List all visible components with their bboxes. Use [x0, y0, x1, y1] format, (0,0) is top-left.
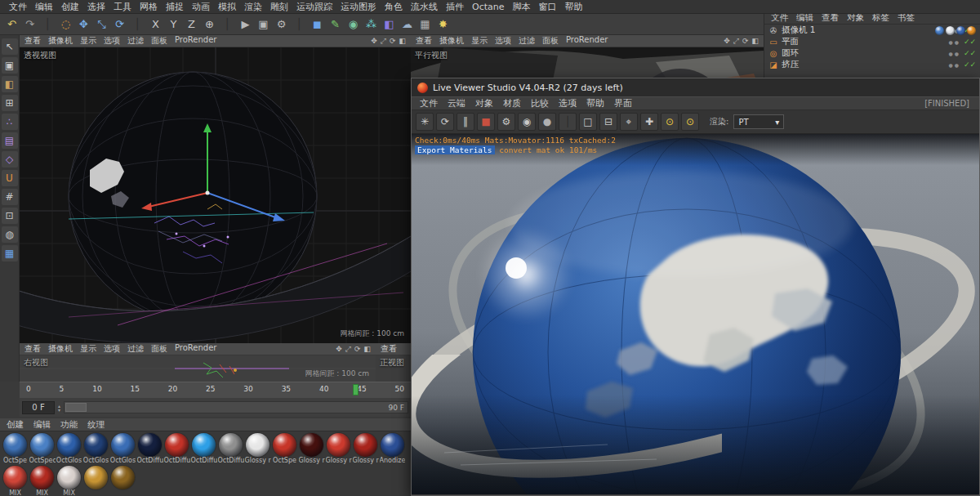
live-selection-icon[interactable]: ◌	[57, 16, 74, 33]
settings-gear-icon[interactable]: ⚙	[497, 113, 515, 131]
viewport-menu-item[interactable]: ProRender	[175, 35, 216, 47]
menu-item[interactable]: 雕刻	[266, 1, 292, 13]
menu-item[interactable]: 窗口	[535, 1, 561, 13]
visibility-dots-icon[interactable]: ●●	[948, 51, 960, 56]
material-menu-item[interactable]: 功能	[60, 419, 78, 431]
locked-workplane-icon[interactable]: ⊡	[2, 208, 18, 224]
workplane-mode-icon[interactable]: ⊞	[2, 95, 18, 111]
object-menu-item[interactable]: 编辑	[796, 12, 813, 24]
toggle-view-icon[interactable]: ◧	[399, 37, 406, 46]
layer-manager-icon[interactable]: ▦	[2, 245, 18, 261]
texture-tag-icon[interactable]	[956, 26, 965, 35]
object-menu-item[interactable]: 查看	[822, 12, 839, 24]
model-mode-icon[interactable]: ▣	[2, 57, 18, 74]
viewport-menu-item[interactable]: 面板	[151, 343, 167, 355]
material-thumbnail[interactable]	[109, 466, 136, 496]
viewport-menu-item[interactable]: 面板	[151, 35, 167, 47]
material-thumbnail[interactable]: OctDiffu	[136, 433, 163, 465]
menu-item[interactable]: 运动跟踪	[292, 1, 336, 13]
zoom-view-icon[interactable]: ⤢	[381, 37, 386, 46]
clear-region-icon[interactable]: ⊟	[599, 113, 617, 131]
live-viewer-menu-item[interactable]: 对象	[470, 97, 498, 109]
pause-render-icon[interactable]: ‖	[457, 113, 474, 131]
coordinate-system-icon[interactable]: ⊕	[201, 16, 218, 33]
rotate-view-icon[interactable]: ⟳	[742, 37, 749, 46]
menu-item[interactable]: 捕捉	[162, 1, 188, 13]
texture-tag-icon[interactable]	[946, 26, 955, 35]
material-thumbnail[interactable]: OctGlos	[109, 433, 136, 465]
material-thumbnail[interactable]: MIX	[2, 466, 29, 496]
viewport-menu-item[interactable]: 摄像机	[48, 35, 73, 47]
material-thumbnail[interactable]: OctSpe	[2, 433, 29, 465]
menu-item[interactable]: 工具	[109, 1, 136, 13]
redo-icon[interactable]: ↷	[21, 16, 38, 33]
texture-mode-icon[interactable]: ◧	[2, 76, 18, 92]
menu-item[interactable]: 创建	[57, 1, 83, 13]
viewport-menu-item[interactable]: 查看	[416, 35, 432, 47]
object-row[interactable]: ▭ 平面 ●● ✓✓	[764, 36, 980, 47]
menu-item[interactable]: 文件	[5, 1, 31, 13]
separator[interactable]: │	[559, 113, 577, 131]
timeline-slider[interactable]: 90 F	[64, 401, 408, 413]
live-viewer-menu-item[interactable]: 比较	[526, 97, 554, 109]
material-thumbnail[interactable]: OctGlos	[82, 433, 109, 465]
material-menu-item[interactable]: 纹理	[87, 419, 105, 431]
scale-tool-icon[interactable]: ⤡	[93, 16, 110, 33]
material-thumbnail[interactable]: Glossy r	[352, 433, 379, 465]
object-menu-item[interactable]: 书签	[898, 12, 915, 24]
enabled-check-icon[interactable]: ✓✓	[964, 60, 976, 69]
render-settings-icon[interactable]: ⚙	[273, 16, 290, 33]
pick-material-icon[interactable]: ⌖	[620, 113, 638, 131]
z-axis-lock-button[interactable]: Z	[183, 16, 200, 33]
pan-view-icon[interactable]: ✥	[371, 37, 377, 46]
menu-item[interactable]: 网格	[136, 1, 162, 13]
material-thumbnail[interactable]: Glossy r	[325, 433, 352, 465]
material-thumbnail[interactable]: OctDiffu	[190, 433, 217, 465]
viewport-menu-item[interactable]: 过滤	[127, 35, 144, 47]
live-viewer-menu-item[interactable]: 云端	[443, 97, 470, 109]
render-view[interactable]: Check:0ms/40ms Mats:Movator:1116 txCache…	[412, 134, 979, 494]
menu-item[interactable]: 渲染	[240, 1, 266, 13]
material-thumbnail[interactable]: OctDiffu	[217, 433, 244, 465]
viewport-menu-item[interactable]: 过滤	[127, 343, 144, 355]
menu-item[interactable]: 动画	[188, 1, 214, 13]
timeline-playhead[interactable]	[353, 384, 359, 395]
cube-primitive-icon[interactable]: ◼	[309, 16, 326, 33]
undo-icon[interactable]: ↶	[3, 16, 20, 33]
separator[interactable]: │	[39, 16, 56, 33]
enable-snap-icon[interactable]: U	[2, 170, 18, 186]
zoom-view-icon[interactable]: ⤢	[733, 37, 739, 46]
material-thumbnail[interactable]: Glossy r	[298, 433, 325, 465]
workplane-snap-icon[interactable]: #	[2, 189, 18, 205]
points-mode-icon[interactable]: ∴	[2, 114, 18, 130]
menu-item[interactable]: Octane	[468, 2, 509, 12]
live-viewer-menu-item[interactable]: 材质	[498, 97, 526, 109]
separator[interactable]: │	[291, 16, 308, 33]
viewport-right[interactable]: 右视图 网格间距 : 100 cm	[20, 355, 376, 382]
current-frame-field[interactable]: 0 F	[22, 401, 55, 414]
pick-white-balance-icon[interactable]: ⊙	[661, 113, 679, 131]
live-viewer-menu-item[interactable]: 帮助	[581, 97, 609, 109]
timeline-slider-handle[interactable]	[65, 403, 87, 412]
material-thumbnail[interactable]: OctSpe	[271, 433, 298, 465]
zoom-view-icon[interactable]: ⤢	[345, 345, 351, 354]
viewport-menu-item[interactable]: 摄像机	[48, 343, 73, 355]
viewport-menu-item[interactable]: ProRender	[175, 343, 216, 355]
edges-mode-icon[interactable]: ▤	[2, 132, 18, 149]
viewport-menu-item[interactable]: 选项	[495, 35, 511, 47]
material-menu-item[interactable]: 编辑	[33, 419, 51, 431]
deformer-icon[interactable]: ◧	[381, 16, 398, 33]
menu-item[interactable]: 模拟	[214, 1, 240, 13]
object-menu-item[interactable]: 对象	[847, 12, 864, 24]
menu-item[interactable]: 运动图形	[336, 1, 381, 13]
material-thumbnail[interactable]: Glossy r	[244, 433, 271, 465]
viewport-menu-item[interactable]: 显示	[471, 35, 488, 47]
pick-focus-icon[interactable]: ✚	[640, 113, 658, 131]
viewport-menu-item[interactable]: 选项	[104, 35, 120, 47]
pick-light-icon[interactable]: ⊙	[681, 113, 699, 131]
octane-logo-icon[interactable]: ✳	[416, 113, 434, 131]
material-menu-item[interactable]: 创建	[7, 419, 24, 431]
visibility-dots-icon[interactable]: ●●	[948, 39, 960, 45]
toggle-view-icon[interactable]: ◧	[751, 37, 759, 46]
viewport-menu-item[interactable]: 面板	[542, 35, 559, 47]
